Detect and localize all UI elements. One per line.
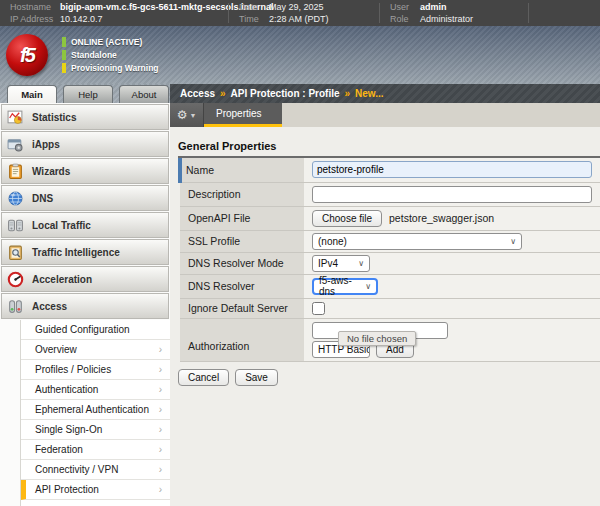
local-traffic-icon xyxy=(7,217,24,234)
sidebar-item-access[interactable]: Access xyxy=(1,293,169,319)
status-indicator xyxy=(62,63,66,73)
gear-icon: ⚙ xyxy=(177,109,188,121)
status-label: Standalone xyxy=(71,50,117,60)
chevron-right-icon: › xyxy=(159,364,162,375)
status-indicator xyxy=(62,50,66,60)
breadcrumb-access[interactable]: Access xyxy=(180,88,215,99)
iapps-icon xyxy=(7,136,24,153)
submenu-item-single-sign-on[interactable]: Single Sign-On› xyxy=(21,420,170,440)
description-label: Description xyxy=(188,188,241,200)
dns-resolver-mode-value: IPv4 xyxy=(318,258,338,269)
date-value: May 29, 2025 xyxy=(269,2,324,12)
sidebar-item-wizards[interactable]: Wizards xyxy=(1,158,169,184)
ssl-profile-value: (none) xyxy=(318,236,347,247)
submenu-item-ephemeral-authentication[interactable]: Ephemeral Authentication› xyxy=(21,400,170,420)
sidebar-item-label: Local Traffic xyxy=(32,220,91,231)
dns-resolver-value: f5-aws-dns xyxy=(319,275,359,297)
wizards-icon xyxy=(7,163,24,180)
tab-main[interactable]: Main xyxy=(7,85,57,103)
choose-file-button[interactable]: Choose file xyxy=(312,210,382,227)
status-indicator xyxy=(62,37,66,47)
statistics-icon xyxy=(7,109,24,126)
chevron-right-icon: › xyxy=(159,344,162,355)
chevron-right-icon: › xyxy=(159,444,162,455)
sidebar-item-label: Wizards xyxy=(32,166,70,177)
description-input[interactable] xyxy=(312,186,592,203)
sidebar-item-label: DNS xyxy=(32,193,53,204)
dns-resolver-mode-row: DNS Resolver Mode IPv4∨ xyxy=(180,252,600,274)
role-value: Administrator xyxy=(420,14,473,24)
ip-label: IP Address xyxy=(10,14,54,24)
nav-tab-band: Main Help About xyxy=(0,84,170,103)
ssl-profile-label: SSL Profile xyxy=(188,235,240,247)
breadcrumb-separator: » xyxy=(220,88,226,99)
sidebar-item-label: Acceleration xyxy=(32,274,92,285)
time-value: 2:28 AM (PDT) xyxy=(269,14,329,24)
submenu-label: Ephemeral Authentication xyxy=(35,404,149,415)
sidebar-item-local-traffic[interactable]: Local Traffic xyxy=(1,212,169,238)
submenu-item-federation[interactable]: Federation› xyxy=(21,440,170,460)
banner: f5 ONLINE (ACTIVE) Standalone Provisioni… xyxy=(0,26,600,84)
sidebar-item-iapps[interactable]: iApps xyxy=(1,131,169,157)
tab-about[interactable]: About xyxy=(119,85,169,103)
f5-logo[interactable]: f5 xyxy=(6,34,48,76)
ignore-default-server-checkbox[interactable] xyxy=(312,302,325,315)
header-divider xyxy=(528,3,529,23)
breadcrumb: Access » API Protection : Profile » New.… xyxy=(170,84,600,103)
submenu-item-partial xyxy=(21,500,170,506)
submenu-label: Guided Configuration xyxy=(35,324,130,335)
datetime-info: DateMay 29, 2025 Time2:28 AM (PDT) xyxy=(229,0,379,26)
submenu-label: Single Sign-On xyxy=(35,424,102,435)
chevron-right-icon: › xyxy=(159,404,162,415)
dns-resolver-row: DNS Resolver f5-aws-dns∨ xyxy=(180,274,600,298)
chevron-down-icon: ∨ xyxy=(365,282,371,291)
name-input[interactable] xyxy=(312,161,592,178)
sidebar-item-statistics[interactable]: Statistics xyxy=(1,104,169,130)
date-label: Date xyxy=(239,2,263,12)
breadcrumb-api-protection-profile[interactable]: API Protection : Profile xyxy=(231,88,340,99)
tab-help[interactable]: Help xyxy=(63,85,113,103)
save-button[interactable]: Save xyxy=(235,369,278,386)
submenu-item-connectivity-vpn[interactable]: Connectivity / VPN› xyxy=(21,460,170,480)
dns-resolver-label: DNS Resolver xyxy=(188,280,255,292)
dns-icon xyxy=(7,190,24,207)
authorization-row: Authorization HTTP Basic∨ Add No file ch… xyxy=(180,318,600,361)
status-standalone: Standalone xyxy=(62,50,159,60)
general-properties-table: Name Description OpenAPI File Choose fil… xyxy=(178,158,600,362)
dns-resolver-select[interactable]: f5-aws-dns∨ xyxy=(312,278,378,295)
submenu-label: Federation xyxy=(35,444,83,455)
sidebar-item-label: Traffic Intelligence xyxy=(32,247,120,258)
description-row: Description xyxy=(180,182,600,206)
access-icon xyxy=(7,298,24,315)
chevron-down-icon: ▼ xyxy=(189,112,196,119)
host-info: Hostnamebigip-apm-vm.c.f5-gcs-5611-mktg-… xyxy=(0,0,228,26)
submenu-label: Profiles / Policies xyxy=(35,364,111,375)
host-header: Hostnamebigip-apm-vm.c.f5-gcs-5611-mktg-… xyxy=(0,0,600,26)
dns-resolver-mode-select[interactable]: IPv4∨ xyxy=(312,255,370,272)
options-gear-button[interactable]: ⚙ ▼ xyxy=(170,103,204,127)
submenu-item-overview[interactable]: Overview› xyxy=(21,340,170,360)
tab-properties[interactable]: Properties xyxy=(204,103,282,127)
chevron-right-icon: › xyxy=(159,424,162,435)
submenu-item-profiles-policies[interactable]: Profiles / Policies› xyxy=(21,360,170,380)
submenu-item-api-protection[interactable]: API Protection› xyxy=(21,480,170,500)
sidebar-item-dns[interactable]: DNS xyxy=(1,185,169,211)
submenu-label: Connectivity / VPN xyxy=(35,464,118,475)
submenu-item-guided-configuration[interactable]: Guided Configuration xyxy=(21,320,170,340)
view-tabstrip: ⚙ ▼ Properties xyxy=(170,103,600,127)
ssl-profile-row: SSL Profile (none)∨ xyxy=(180,230,600,252)
cancel-button[interactable]: Cancel xyxy=(178,369,229,386)
sidebar: Statistics iApps Wizards DNS Local Traff… xyxy=(0,103,170,506)
ssl-profile-select[interactable]: (none)∨ xyxy=(312,233,522,250)
section-title: General Properties xyxy=(178,140,600,158)
ip-value: 10.142.0.7 xyxy=(60,14,103,24)
openapi-filename: petstore_swagger.json xyxy=(389,212,494,224)
hostname-label: Hostname xyxy=(10,2,54,12)
sidebar-item-traffic-intelligence[interactable]: Traffic Intelligence xyxy=(1,239,169,265)
submenu-item-authentication[interactable]: Authentication› xyxy=(21,380,170,400)
authorization-label: Authorization xyxy=(188,340,249,352)
form-buttons: Cancel Save xyxy=(178,369,600,386)
sidebar-item-acceleration[interactable]: Acceleration xyxy=(1,266,169,292)
status-provisioning: Provisioning Warning xyxy=(62,63,159,73)
sidebar-item-label: iApps xyxy=(32,139,60,150)
